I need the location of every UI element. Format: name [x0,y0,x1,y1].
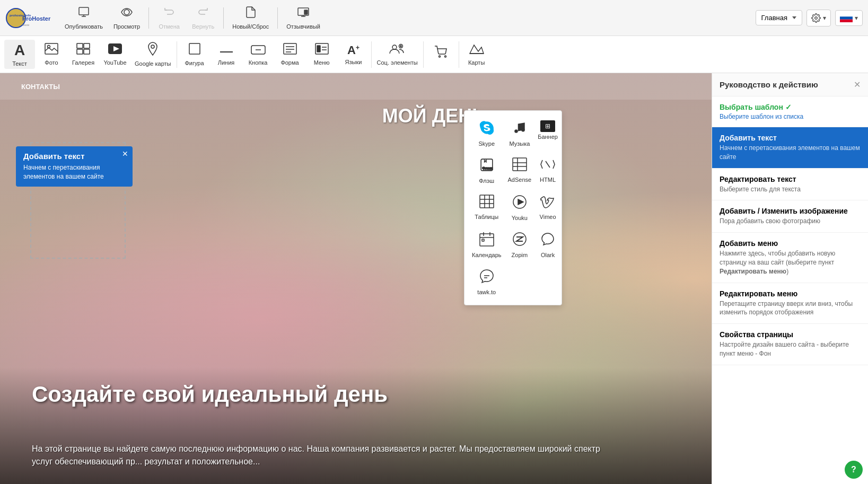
youtube-icon [108,43,122,58]
tooltip-close-button[interactable]: ✕ [122,149,128,158]
social-item-olark[interactable]: Olark [536,227,560,262]
table-icon [479,195,494,212]
elem-shape-button[interactable]: Фигура [179,40,210,68]
nav-item-contacts[interactable]: КОНТАКТЫ [21,83,60,91]
elem-social-button[interactable]: Соц. элементы [374,41,421,68]
youku-icon [512,195,527,213]
separator-2 [371,41,372,68]
svg-point-9 [815,16,818,19]
social-item-music[interactable]: Музыка [506,116,534,151]
guide-item-add-text[interactable]: Добавить текст Начнем с перетаскивания э… [712,127,868,169]
guide-item-choose-template[interactable]: Выбрать шаблон ✓ Выберите шаблон из спис… [712,96,868,127]
social-item-skype[interactable]: Skype [470,116,504,151]
elem-shop-button[interactable] [426,43,457,65]
guide-item-add-image[interactable]: Добавить / Изменить изображение Пора доб… [712,200,868,233]
preview-button[interactable]: Просмотр [109,4,144,32]
svg-point-21 [151,45,154,48]
elem-menu-button[interactable]: Меню [306,41,337,68]
social-item-adsense[interactable]: AdSense [506,153,534,188]
elem-languages-button[interactable]: A+ Языки [338,41,369,67]
photo-icon [45,43,58,58]
tooltip-box: ✕ Добавить текст Начнем с перетаскивания… [16,146,133,187]
tooltip-text: Начнем с перетаскивания элементов на ваш… [23,163,125,181]
skype-icon [479,120,494,139]
menu-icon [315,43,329,58]
vimeo-icon [540,195,555,212]
guide-scroll[interactable]: Выбрать шаблон ✓ Выберите шаблон из спис… [712,96,868,481]
tawk-icon [480,269,494,287]
separator-3 [277,7,278,29]
guide-item-title-add-text: Добавить текст [720,134,861,142]
svg-text:ProHoster: ProHoster [22,15,51,22]
guide-panel: Руководство к действию ✕ Выбрать шаблон … [712,73,868,484]
svg-rect-48 [480,195,494,208]
undo-icon [163,6,176,22]
svg-text:Флэш: Флэш [482,166,493,171]
olark-icon [540,232,555,250]
svg-marker-54 [518,199,523,205]
social-item-table[interactable]: Таблицы [470,190,504,225]
guide-item-title-edit-text: Редактировать текст [720,175,861,183]
elem-photo-button[interactable]: Фото [36,41,67,68]
gallery-icon [76,43,90,58]
responsive-button[interactable]: Отзывчивый [282,4,325,32]
language-button[interactable]: ▾ [835,10,863,26]
separator [177,41,177,68]
new-icon [244,6,257,22]
svg-text:www: www [22,23,30,27]
guide-item-edit-menu[interactable]: Редактировать меню Перетащите страницу в… [712,283,868,324]
guide-item-desc-edit-menu: Перетащите страницу вверх или вниз, чтоб… [720,300,861,318]
social-item-zopim[interactable]: Zopim [506,227,534,262]
undo-button[interactable]: Отмена [153,4,185,32]
guide-title: Руководство к действию [720,80,854,89]
social-item-flash[interactable]: Флэш Флэш [470,153,504,188]
new-button[interactable]: Новый/Сброс [228,4,273,32]
svg-rect-11 [840,16,853,19]
elem-youtube-button[interactable]: YouTube [100,41,130,68]
zopim-icon [512,232,527,250]
redo-button[interactable]: Вернуть [187,4,219,32]
preview-icon [120,6,133,22]
guide-item-desc-edit-text: Выберите стиль для текста [720,185,861,194]
svg-point-34 [392,45,397,49]
guide-close-button[interactable]: ✕ [854,80,861,90]
guide-item-title-page-properties: Свойства страницы [720,330,861,339]
svg-rect-43 [513,158,527,171]
flash-icon: Флэш [480,157,494,176]
elem-maps-button[interactable]: Google карты [131,40,174,69]
guide-item-title-edit-menu: Редактировать меню [720,289,861,298]
guide-item-page-properties[interactable]: Свойства страницы Настройте дизайн вашег… [712,324,868,365]
social-item-banner[interactable]: ⊞ Баннер [536,116,560,151]
help-button[interactable]: ? [845,461,863,479]
elem-text-button[interactable]: A Текст [4,40,35,69]
guide-item-edit-text[interactable]: Редактировать текст Выберите стиль для т… [712,169,868,201]
logo[interactable]: prohoster.info ProHoster www [5,5,53,31]
elem-maps2-button[interactable]: Карты [461,41,492,68]
button-icon [251,43,266,58]
guide-item-add-menu[interactable]: Добавить меню Нажмите здесь, чтобы добав… [712,233,868,283]
svg-point-6 [124,10,129,15]
svg-point-38 [444,56,446,57]
top-toolbar: prohoster.info ProHoster www Опубликоват… [0,0,868,36]
maps-icon [147,42,158,59]
guide-item-desc-page-properties: Настройте дизайн вашего сайта - выберите… [720,340,861,358]
redo-icon [197,6,209,22]
social-item-youku[interactable]: Youku [506,190,534,225]
page-dropdown[interactable]: Главная [756,10,802,25]
elem-button-button[interactable]: Кнопка [243,41,274,68]
maps2-icon [469,43,484,58]
line-icon [220,43,233,58]
elem-gallery-button[interactable]: Галерея [68,41,99,68]
social-item-html[interactable]: HTML [536,153,560,188]
social-item-calendar[interactable]: Календарь [470,227,504,262]
elem-form-button[interactable]: Форма [275,41,305,68]
social-item-tawk[interactable]: tawk.to [470,265,504,300]
publish-button[interactable]: Опубликовать [60,4,107,32]
social-icon [389,43,405,58]
separator-1 [148,7,149,29]
svg-rect-8 [304,10,308,14]
elem-line-button[interactable]: Линия [211,41,242,68]
settings-button[interactable]: ▾ [806,10,831,27]
social-item-vimeo[interactable]: Vimeo [536,190,560,225]
svg-rect-12 [840,19,853,22]
